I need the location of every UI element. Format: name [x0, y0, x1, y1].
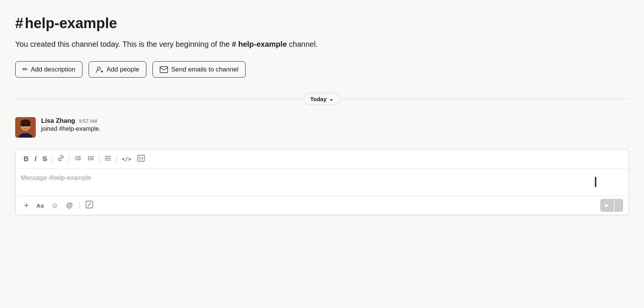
send-emails-label: Send emails to channel — [171, 66, 238, 73]
avatar — [15, 117, 36, 138]
send-chevron-icon: ⌄ — [617, 203, 621, 208]
today-text: Today — [310, 96, 327, 102]
channel-name: help-example — [25, 15, 117, 32]
svg-text:3: 3 — [75, 158, 76, 160]
channel-hash: # — [15, 15, 23, 32]
pencil-icon: ✏ — [22, 65, 28, 73]
slash-icon — [86, 201, 93, 210]
message-header: Lisa Zhang 9:57 AM — [41, 117, 101, 125]
attach-button[interactable]: + — [21, 199, 32, 212]
mention-icon: @ — [66, 202, 73, 210]
slash-command-button[interactable] — [82, 199, 96, 212]
message-text: joined #help-example. — [41, 125, 101, 132]
unordered-list-icon — [87, 155, 94, 163]
format-text-icon: Aa — [36, 202, 44, 209]
code-block-button[interactable] — [135, 153, 148, 165]
code-icon: </> — [122, 156, 131, 162]
svg-line-32 — [88, 203, 91, 206]
send-button[interactable]: ► — [600, 199, 614, 212]
format-text-button[interactable]: Aa — [33, 201, 47, 210]
main-content: # help-example You created this channel … — [0, 0, 644, 308]
email-icon — [160, 66, 168, 73]
message-input-container: B I S — [15, 149, 629, 215]
svg-point-22 — [88, 159, 89, 160]
svg-rect-7 — [21, 122, 30, 126]
add-people-button[interactable]: Add people — [89, 61, 146, 78]
toolbar-divider-4 — [116, 155, 117, 163]
person-add-icon — [96, 66, 103, 73]
ordered-list-button[interactable]: 1 2 3 — [72, 153, 84, 165]
message-text-input[interactable]: Message #help-example ┃ — [16, 169, 628, 195]
svg-line-30 — [142, 158, 143, 159]
input-bottom-bar: + Aa ☺ @ — [16, 195, 628, 215]
code-block-icon — [137, 155, 145, 163]
cursor-indicator: ┃ — [593, 177, 598, 187]
emoji-icon: ☺ — [51, 202, 58, 210]
message-author: Lisa Zhang — [41, 117, 75, 125]
unordered-list-button[interactable] — [85, 153, 97, 165]
indent-icon — [105, 155, 111, 163]
italic-button[interactable]: I — [32, 154, 39, 165]
svg-point-0 — [97, 67, 100, 70]
message-content: Lisa Zhang 9:57 AM joined #help-example. — [41, 117, 101, 132]
ordered-list-icon: 1 2 3 — [75, 155, 81, 163]
send-icon: ► — [604, 202, 610, 209]
toolbar-divider-2 — [69, 155, 70, 163]
action-buttons-row: ✏ Add description Add people Sen — [15, 61, 629, 78]
message-item: Lisa Zhang 9:57 AM joined #help-example. — [15, 117, 629, 138]
svg-point-8 — [23, 125, 24, 127]
italic-icon: I — [35, 155, 36, 163]
add-description-button[interactable]: ✏ Add description — [15, 61, 82, 78]
description-channel-bold: # help-example — [232, 40, 287, 48]
emoji-button[interactable]: ☺ — [48, 200, 61, 211]
description-suffix: channel. — [287, 40, 318, 48]
add-people-label: Add people — [106, 66, 139, 73]
bold-icon: B — [24, 155, 29, 163]
link-button[interactable] — [55, 153, 67, 165]
description-prefix: You created this channel today. This is … — [15, 40, 232, 48]
code-button[interactable]: </> — [119, 154, 134, 164]
plus-icon: + — [24, 200, 29, 210]
mention-button[interactable]: @ — [63, 200, 76, 211]
date-divider: Today ⌄ — [15, 93, 629, 105]
channel-title: # help-example — [15, 15, 629, 32]
send-emails-button[interactable]: Send emails to channel — [152, 61, 246, 78]
add-description-label: Add description — [31, 66, 75, 73]
svg-line-28 — [139, 158, 140, 159]
message-placeholder: Message #help-example — [21, 174, 91, 181]
svg-point-20 — [88, 156, 89, 157]
chevron-down-icon: ⌄ — [329, 95, 334, 102]
toolbar-divider-1 — [52, 155, 52, 163]
send-dropdown-button[interactable]: ⌄ — [615, 199, 623, 212]
svg-rect-26 — [138, 155, 144, 161]
toolbar-divider-3 — [99, 155, 100, 163]
svg-point-21 — [88, 158, 89, 159]
send-area: ► ⌄ — [600, 199, 623, 212]
strikethrough-icon: S — [43, 155, 47, 163]
message-timestamp: 9:57 AM — [79, 118, 97, 124]
svg-point-9 — [27, 125, 28, 127]
channel-description: You created this channel today. This is … — [15, 38, 629, 50]
strikethrough-button[interactable]: S — [40, 154, 50, 165]
today-label[interactable]: Today ⌄ — [304, 93, 340, 105]
indent-button[interactable] — [102, 153, 114, 165]
input-toolbar: B I S — [16, 149, 628, 169]
svg-rect-3 — [160, 67, 168, 73]
bold-button[interactable]: B — [21, 154, 31, 165]
link-icon — [57, 155, 64, 163]
bottom-divider — [79, 202, 79, 209]
